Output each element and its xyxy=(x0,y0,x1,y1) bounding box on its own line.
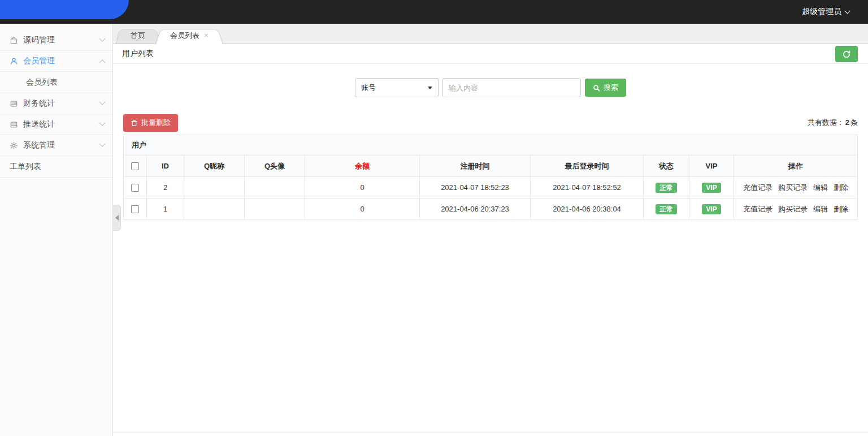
user-menu-label: 超级管理员 xyxy=(802,7,841,17)
recharge-record-link[interactable]: 充值记录 xyxy=(743,205,772,213)
batch-delete-label: 批量删除 xyxy=(141,118,171,128)
total-prefix: 共有数据： xyxy=(808,118,844,127)
search-button[interactable]: 搜索 xyxy=(585,79,626,97)
cell-register-time: 2021-04-07 18:52:23 xyxy=(420,177,531,198)
vip-badge[interactable]: VIP xyxy=(702,204,721,214)
sidebar-collapse-handle[interactable] xyxy=(113,205,121,231)
cell-q-avatar xyxy=(245,198,305,220)
tab-label: 首页 xyxy=(131,27,145,44)
trash-icon xyxy=(131,119,138,127)
gear-icon xyxy=(10,141,18,150)
table-row: 2 0 2021-04-07 18:52:23 2021-04-07 18:52… xyxy=(124,177,858,198)
col-balance: 余额 xyxy=(305,156,420,177)
cell-last-login-time: 2021-04-06 20:38:04 xyxy=(531,198,644,220)
tab-home[interactable]: 首页 xyxy=(116,27,160,44)
selected-option: 账号 xyxy=(361,83,376,93)
status-badge[interactable]: 正常 xyxy=(656,183,677,193)
user-icon xyxy=(10,57,18,66)
table-group-header: 用户 xyxy=(124,135,858,156)
chevron-down-icon xyxy=(99,141,105,147)
caret-down-icon xyxy=(428,87,432,89)
search-input[interactable] xyxy=(442,78,581,97)
sidebar-item-member-manage[interactable]: 会员管理 xyxy=(0,51,112,72)
recharge-record-link[interactable]: 充值记录 xyxy=(743,183,772,192)
total-suffix: 条 xyxy=(850,118,858,127)
sidebar-item-label: 系统管理 xyxy=(23,140,55,150)
sidebar-item-work-orders[interactable]: 工单列表 xyxy=(0,156,112,178)
chevron-down-icon xyxy=(99,120,105,126)
edit-link[interactable]: 编辑 xyxy=(813,205,828,213)
cell-q-nick xyxy=(184,198,245,220)
status-badge[interactable]: 正常 xyxy=(656,204,677,214)
finance-stats-icon xyxy=(10,100,18,108)
chevron-down-icon xyxy=(99,99,105,105)
page-title: 用户列表 xyxy=(122,49,154,59)
sidebar-item-label: 会员列表 xyxy=(26,77,58,88)
col-last-login-time: 最后登录时间 xyxy=(531,156,644,177)
table-row: 1 0 2021-04-06 20:37:23 2021-04-06 20:38… xyxy=(124,198,858,220)
table-header-row: ID Q昵称 Q头像 余额 注册时间 最后登录时间 状态 VIP 操作 xyxy=(124,156,858,177)
cell-q-nick xyxy=(184,177,245,198)
row-checkbox[interactable] xyxy=(131,205,139,213)
push-stats-icon xyxy=(10,120,18,129)
cell-id: 2 xyxy=(147,177,184,198)
col-q-nick: Q昵称 xyxy=(184,156,245,177)
close-icon[interactable]: × xyxy=(204,27,209,44)
col-actions: 操作 xyxy=(734,156,858,177)
page-header: 用户列表 xyxy=(113,44,868,64)
total-count: 2 xyxy=(845,118,849,127)
purchase-record-link[interactable]: 购买记录 xyxy=(778,183,808,192)
footer-divider xyxy=(113,433,868,433)
cell-id: 1 xyxy=(147,198,184,220)
delete-link[interactable]: 删除 xyxy=(834,205,848,213)
delete-link[interactable]: 删除 xyxy=(834,183,848,192)
vip-badge[interactable]: VIP xyxy=(702,183,721,193)
total-count-info: 共有数据：2条 xyxy=(808,118,858,128)
search-field-select[interactable]: 账号 xyxy=(355,78,439,97)
tab-label: 会员列表 xyxy=(170,27,199,44)
refresh-icon xyxy=(842,50,851,59)
user-menu[interactable]: 超级管理员 xyxy=(802,0,849,24)
sidebar-item-source-manage[interactable]: 源码管理 xyxy=(0,30,112,51)
col-status: 状态 xyxy=(644,156,689,177)
tab-member-list[interactable]: 会员列表 × xyxy=(155,27,223,44)
edit-link[interactable]: 编辑 xyxy=(813,183,828,192)
row-checkbox[interactable] xyxy=(131,184,139,192)
purchase-record-link[interactable]: 购买记录 xyxy=(778,205,808,213)
cell-last-login-time: 2021-04-07 18:52:52 xyxy=(531,177,644,198)
topbar: 超级管理员 xyxy=(0,0,868,24)
col-id: ID xyxy=(147,156,184,177)
sidebar-item-system-manage[interactable]: 系统管理 xyxy=(0,135,112,156)
refresh-button[interactable] xyxy=(835,46,858,62)
collapse-left-icon xyxy=(115,215,119,221)
search-bar: 账号 搜索 xyxy=(113,64,868,108)
search-button-label: 搜索 xyxy=(604,83,618,93)
cell-balance: 0 xyxy=(305,198,420,220)
batch-delete-button[interactable]: 批量删除 xyxy=(123,114,178,132)
sidebar-item-label: 推送统计 xyxy=(23,119,55,129)
user-table: 用户 ID Q昵称 Q头像 余额 注册时间 最后登录时间 状态 VIP 操作 xyxy=(123,135,858,220)
main-layout: 源码管理 会员管理 会员列表 财务统计 推送统计 xyxy=(0,24,868,436)
col-register-time: 注册时间 xyxy=(420,156,531,177)
select-all-checkbox[interactable] xyxy=(131,162,139,170)
col-q-avatar: Q头像 xyxy=(245,156,305,177)
main-panel: 首页 会员列表 × 用户列表 账号 xyxy=(113,24,868,436)
chevron-down-icon xyxy=(99,36,105,42)
sidebar-item-label: 财务统计 xyxy=(23,98,55,109)
sidebar-item-label: 工单列表 xyxy=(10,162,41,172)
col-vip: VIP xyxy=(689,156,734,177)
table-toolbar: 批量删除 共有数据：2条 xyxy=(123,111,858,135)
tab-bar: 首页 会员列表 × xyxy=(113,24,868,44)
chevron-down-icon xyxy=(845,8,850,14)
sidebar-item-finance-stats[interactable]: 财务统计 xyxy=(0,93,112,114)
sidebar: 源码管理 会员管理 会员列表 财务统计 推送统计 xyxy=(0,24,113,436)
chevron-up-icon xyxy=(99,59,105,66)
sidebar-item-push-stats[interactable]: 推送统计 xyxy=(0,114,112,135)
sidebar-item-member-list[interactable]: 会员列表 xyxy=(0,72,112,93)
cell-register-time: 2021-04-06 20:37:23 xyxy=(420,198,531,220)
search-icon xyxy=(593,84,600,92)
sidebar-item-label: 会员管理 xyxy=(23,56,55,66)
group-header-label: 用户 xyxy=(124,135,858,156)
content-area: 批量删除 共有数据：2条 用户 ID xyxy=(113,108,868,436)
sidebar-item-label: 源码管理 xyxy=(23,35,55,45)
